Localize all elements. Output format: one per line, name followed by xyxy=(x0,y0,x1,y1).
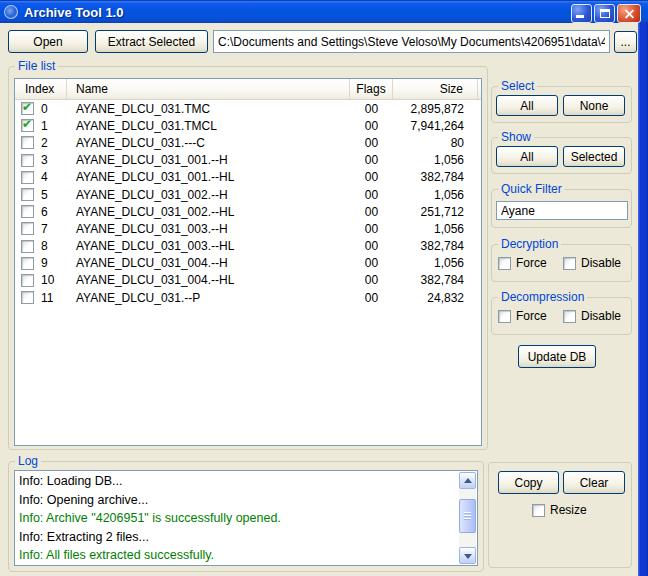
minimize-button[interactable] xyxy=(571,4,592,23)
row-flags: 00 xyxy=(350,153,393,167)
row-name: AYANE_DLCU_031_002.--HL xyxy=(67,205,350,219)
file-list-rows: 0AYANE_DLCU_031.TMC002,895,8721AYANE_DLC… xyxy=(15,100,481,306)
show-all-button[interactable]: All xyxy=(496,146,558,167)
row-checkbox[interactable] xyxy=(21,119,34,132)
row-checkbox[interactable] xyxy=(21,154,34,167)
table-row[interactable]: 1AYANE_DLCU_031.TMCL007,941,264 xyxy=(15,117,481,134)
resize-label: Resize xyxy=(550,503,587,517)
browse-button[interactable]: ... xyxy=(614,31,637,53)
table-row[interactable]: 4AYANE_DLCU_031_001.--HL00382,784 xyxy=(15,169,481,186)
decompression-force-checkbox[interactable]: Force xyxy=(498,309,547,323)
file-list-group-label: File list xyxy=(15,59,58,73)
checkbox-icon xyxy=(563,257,576,270)
update-db-button[interactable]: Update DB xyxy=(518,345,596,368)
row-flags: 00 xyxy=(350,170,393,184)
table-row[interactable]: 7AYANE_DLCU_031_003.--H001,056 xyxy=(15,220,481,237)
extract-selected-button[interactable]: Extract Selected xyxy=(95,30,208,53)
row-index: 5 xyxy=(41,188,48,202)
row-size: 1,056 xyxy=(393,153,478,167)
arrow-down-icon xyxy=(464,554,472,559)
row-size: 2,895,872 xyxy=(393,102,478,116)
row-flags: 00 xyxy=(350,222,393,236)
file-list-table[interactable]: Index Name Flags Size 0AYANE_DLCU_031.TM… xyxy=(14,78,482,446)
copy-button[interactable]: Copy xyxy=(498,471,559,494)
row-checkbox[interactable] xyxy=(21,102,34,115)
row-size: 251,712 xyxy=(393,205,478,219)
table-row[interactable]: 3AYANE_DLCU_031_001.--H001,056 xyxy=(15,152,481,169)
quick-filter-input[interactable] xyxy=(496,201,628,220)
decompression-force-label: Force xyxy=(516,309,547,323)
log-line: Info: Extracting 2 files... xyxy=(19,528,457,547)
decryption-disable-checkbox[interactable]: Disable xyxy=(563,256,621,270)
select-all-button[interactable]: All xyxy=(496,95,558,116)
decryption-group: Decryption Force Disable xyxy=(491,244,632,282)
checkbox-icon xyxy=(498,310,511,323)
decryption-group-label: Decryption xyxy=(498,237,561,251)
log-scrollbar[interactable] xyxy=(459,472,476,564)
table-row[interactable]: 10AYANE_DLCU_031_004.--HL00382,784 xyxy=(15,272,481,289)
table-row[interactable]: 8AYANE_DLCU_031_003.--HL00382,784 xyxy=(15,238,481,255)
window-right-border xyxy=(638,23,648,576)
scroll-down-button[interactable] xyxy=(459,547,476,564)
row-size: 24,832 xyxy=(393,291,478,305)
row-checkbox[interactable] xyxy=(21,240,34,253)
open-button[interactable]: Open xyxy=(8,30,88,53)
scroll-up-button[interactable] xyxy=(459,472,476,489)
row-name: AYANE_DLCU_031_002.--H xyxy=(67,188,350,202)
checkbox-icon xyxy=(498,257,511,270)
row-name: AYANE_DLCU_031_003.--HL xyxy=(67,239,350,253)
archive-path-input[interactable] xyxy=(213,30,610,53)
row-name: AYANE_DLCU_031.---C xyxy=(67,136,350,150)
log-line: Info: Loading DB... xyxy=(19,472,457,491)
clear-button[interactable]: Clear xyxy=(563,471,625,494)
row-flags: 00 xyxy=(350,119,393,133)
row-name: AYANE_DLCU_031_001.--H xyxy=(67,153,350,167)
grip-icon xyxy=(464,512,471,520)
decryption-force-checkbox[interactable]: Force xyxy=(498,256,547,270)
log-output[interactable]: Info: Loading DB...Info: Opening archive… xyxy=(14,470,478,566)
show-group: Show All Selected xyxy=(491,137,632,174)
select-none-button[interactable]: None xyxy=(563,95,625,116)
checkbox-icon xyxy=(563,310,576,323)
row-checkbox[interactable] xyxy=(21,257,34,270)
maximize-button[interactable] xyxy=(594,4,615,23)
row-name: AYANE_DLCU_031_004.--HL xyxy=(67,273,350,287)
row-flags: 00 xyxy=(350,188,393,202)
decompression-group-label: Decompression xyxy=(498,290,587,304)
row-checkbox[interactable] xyxy=(21,205,34,218)
decryption-disable-label: Disable xyxy=(581,256,621,270)
row-index: 11 xyxy=(41,291,53,305)
table-row[interactable]: 0AYANE_DLCU_031.TMC002,895,872 xyxy=(15,100,481,117)
row-checkbox[interactable] xyxy=(21,222,34,235)
row-name: AYANE_DLCU_031_004.--H xyxy=(67,256,350,270)
table-row[interactable]: 5AYANE_DLCU_031_002.--H001,056 xyxy=(15,186,481,203)
log-line: Info: All files extracted successfully. xyxy=(19,546,457,565)
row-size: 80 xyxy=(393,136,478,150)
table-row[interactable]: 11AYANE_DLCU_031.--P0024,832 xyxy=(15,289,481,306)
row-index: 3 xyxy=(41,153,48,167)
row-checkbox[interactable] xyxy=(21,188,34,201)
column-header-name[interactable]: Name xyxy=(67,79,350,99)
close-button[interactable] xyxy=(617,4,641,23)
column-header-flags[interactable]: Flags xyxy=(350,79,393,99)
column-header-index[interactable]: Index xyxy=(15,79,67,99)
row-name: AYANE_DLCU_031.--P xyxy=(67,291,350,305)
row-index: 9 xyxy=(41,256,48,270)
arrow-up-icon xyxy=(464,478,472,483)
column-header-size[interactable]: Size xyxy=(393,79,478,99)
row-checkbox[interactable] xyxy=(21,136,34,149)
decompression-disable-checkbox[interactable]: Disable xyxy=(563,309,621,323)
show-selected-button[interactable]: Selected xyxy=(563,146,625,167)
scrollbar-thumb[interactable] xyxy=(459,499,476,533)
row-index: 4 xyxy=(41,170,48,184)
table-row[interactable]: 2AYANE_DLCU_031.---C0080 xyxy=(15,134,481,151)
table-row[interactable]: 6AYANE_DLCU_031_002.--HL00251,712 xyxy=(15,203,481,220)
row-checkbox[interactable] xyxy=(21,274,34,287)
row-checkbox[interactable] xyxy=(21,291,34,304)
row-checkbox[interactable] xyxy=(21,171,34,184)
row-name: AYANE_DLCU_031.TMCL xyxy=(67,119,350,133)
table-row[interactable]: 9AYANE_DLCU_031_004.--H001,056 xyxy=(15,255,481,272)
resize-checkbox[interactable]: Resize xyxy=(532,503,587,517)
row-flags: 00 xyxy=(350,291,393,305)
row-flags: 00 xyxy=(350,273,393,287)
